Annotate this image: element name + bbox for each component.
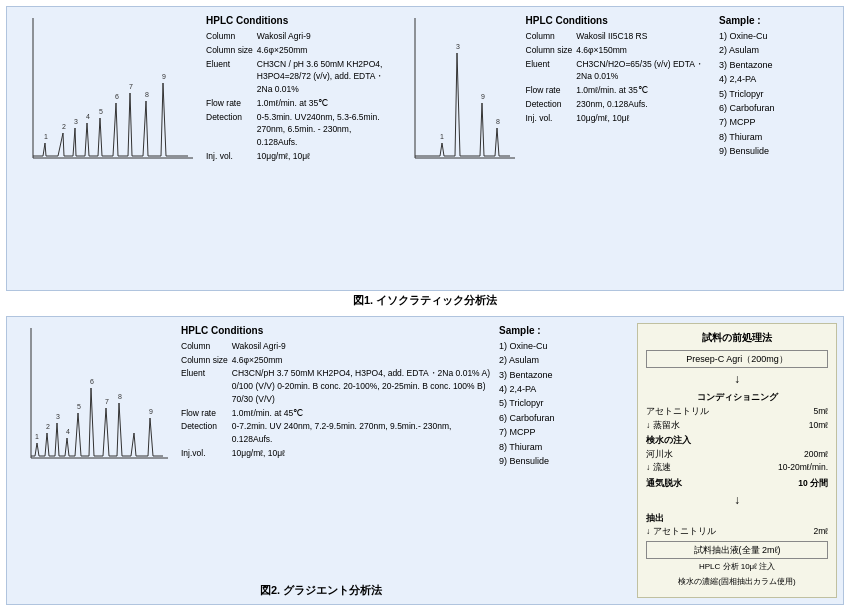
bottom-sample-item-5: 5) Triclopyr — [499, 396, 629, 410]
chromatogram-1-svg: 1 2 3 4 5 6 7 8 9 — [13, 13, 198, 173]
hplc3-det-value: 0-7.2min. UV 240nm, 7.2-9.5min. 270nm, 9… — [232, 420, 491, 446]
bottom-sample-item-7: 7) MCPP — [499, 425, 629, 439]
hplc2-size-value: 4.6φ×150mm — [576, 44, 713, 57]
top-sample-item-6: 6) Carbofuran — [719, 101, 849, 115]
bottom-sample-item-6: 6) Carbofuran — [499, 411, 629, 425]
hplc3-inj-label: Inj.vol. — [181, 447, 228, 460]
chromatogram-1: 1 2 3 4 5 6 7 8 9 — [13, 13, 198, 284]
svg-text:6: 6 — [115, 93, 119, 100]
top-sample-list: Sample : 1) Oxine-Cu 2) Asulam 3) Bentaz… — [719, 13, 849, 284]
chromatogram-3: 1 2 3 4 5 6 7 8 9 — [13, 323, 173, 579]
hplc1-det-label: Detection — [206, 111, 253, 149]
hplc-conditions-3: HPLC Conditions Column Wakosil Agri-9 Co… — [181, 323, 491, 579]
pt-step2a-label: アセトニトリル — [646, 405, 709, 419]
pt-step4-label: 通気脱水 — [646, 477, 682, 491]
pt-step6: 試料抽出液(全量 2mℓ) — [646, 541, 828, 559]
top-sample-item-3: 3) Bentazone — [719, 58, 849, 72]
bottom-sample-list: Sample : 1) Oxine-Cu 2) Asulam 3) Bentaz… — [499, 323, 629, 579]
bottom-sample-item-4: 4) 2,4-PA — [499, 382, 629, 396]
svg-text:9: 9 — [162, 73, 166, 80]
pt-step3b-label: ↓ 流速 — [646, 461, 671, 475]
hplc2-det-value: 230nm, 0.128Aufs. — [576, 98, 713, 111]
hplc3-flow-label: Flow rate — [181, 407, 228, 420]
bottom-sample-item-3: 3) Bentazone — [499, 368, 629, 382]
pt-step2-label: コンディショニング — [646, 391, 828, 405]
pt-step2b-row: ↓ 蒸留水 10mℓ — [646, 419, 828, 433]
bottom-section: 1 2 3 4 5 6 7 8 9 HPLC Conditions — [6, 316, 844, 605]
pt-step3b-row: ↓ 流速 10-20mℓ/min. — [646, 461, 828, 475]
svg-text:1: 1 — [440, 133, 444, 140]
hplc2-inj-value: 10μg/mℓ, 10μℓ — [576, 112, 713, 125]
top-sample-item-7: 7) MCPP — [719, 115, 849, 129]
pt-step2a-vol: 5mℓ — [813, 405, 828, 419]
svg-text:8: 8 — [118, 393, 122, 400]
svg-text:1: 1 — [44, 133, 48, 140]
top-caption: 図1. イソクラティック分析法 — [6, 293, 844, 308]
pt-step5a-row: ↓ アセトニトリル 2mℓ — [646, 525, 828, 539]
bottom-sample-item-2: 2) Asulam — [499, 353, 629, 367]
hplc1-size-value: 4.6φ×250mm — [257, 44, 394, 57]
pt-step7: HPLC 分析 10μℓ 注入 — [646, 561, 828, 574]
hplc2-flow-label: Flow rate — [526, 84, 573, 97]
pt-step2b-vol: 10mℓ — [809, 419, 828, 433]
svg-text:3: 3 — [56, 413, 60, 420]
hplc2-title: HPLC Conditions — [526, 13, 714, 28]
chromatogram-3-svg: 1 2 3 4 5 6 7 8 9 — [13, 323, 173, 473]
pt-step3-label: 検水の注入 — [646, 434, 828, 448]
pt-step4-row: 通気脱水 10 分間 — [646, 477, 828, 491]
hplc-conditions-2: HPLC Conditions Column Wakosil II5C18 RS… — [526, 13, 714, 284]
bottom-left: 1 2 3 4 5 6 7 8 9 HPLC Conditions — [13, 323, 629, 598]
hplc1-inj-label: Inj. vol. — [206, 150, 253, 163]
svg-text:8: 8 — [496, 118, 500, 125]
top-sample-item-2: 2) Asulam — [719, 43, 849, 57]
pt-step2a-row: アセトニトリル 5mℓ — [646, 405, 828, 419]
pretreatment-box: 試料の前処理法 Presep-C Agri（200mg） ↓ コンディショニング… — [637, 323, 837, 598]
pt-step8: 検水の濃縮(固相抽出カラム使用) — [646, 576, 828, 589]
pt-step3a-vol: 200mℓ — [804, 448, 828, 462]
top-sample-item-5: 5) Triclopyr — [719, 87, 849, 101]
bottom-sample-item-9: 9) Bensulide — [499, 454, 629, 468]
pt-step3b-vol: 10-20mℓ/min. — [778, 461, 828, 475]
hplc1-inj-value: 10μg/mℓ, 10μℓ — [257, 150, 394, 163]
svg-text:7: 7 — [129, 83, 133, 90]
svg-text:7: 7 — [105, 398, 109, 405]
svg-text:4: 4 — [66, 428, 70, 435]
hplc3-eluent-value: CH3CN/pH 3.7 50mM KH2PO4, H3PO4, add. ED… — [232, 367, 491, 405]
hplc2-flow-value: 1.0mℓ/min. at 35℃ — [576, 84, 713, 97]
top-section: 1 2 3 4 5 6 7 8 9 HPLC Conditions Column… — [6, 6, 844, 291]
hplc2-inj-label: Inj. vol. — [526, 112, 573, 125]
hplc3-size-label: Column size — [181, 354, 228, 367]
hplc3-title: HPLC Conditions — [181, 323, 491, 338]
svg-text:6: 6 — [90, 378, 94, 385]
hplc1-eluent-label: Eluent — [206, 58, 253, 96]
pt-arrow1: ↓ — [646, 370, 828, 389]
main-container: 1 2 3 4 5 6 7 8 9 HPLC Conditions Column… — [0, 0, 850, 611]
hplc1-flow-label: Flow rate — [206, 97, 253, 110]
svg-text:3: 3 — [74, 118, 78, 125]
bottom-charts-conditions: 1 2 3 4 5 6 7 8 9 HPLC Conditions — [13, 323, 629, 579]
svg-text:8: 8 — [145, 91, 149, 98]
hplc3-flow-value: 1.0mℓ/min. at 45℃ — [232, 407, 491, 420]
bottom-caption: 図2. グラジエント分析法 — [13, 583, 629, 598]
hplc3-col-value: Wakosil Agri-9 — [232, 340, 491, 353]
top-sample-item-8: 8) Thiuram — [719, 130, 849, 144]
hplc3-det-label: Detection — [181, 420, 228, 446]
hplc3-col-label: Column — [181, 340, 228, 353]
hplc2-col-label: Column — [526, 30, 573, 43]
svg-text:1: 1 — [35, 433, 39, 440]
hplc-conditions-1: HPLC Conditions Column Wakosil Agri-9 Co… — [206, 13, 394, 284]
chromatogram-2: 1 3 9 8 — [400, 13, 520, 284]
hplc3-size-value: 4.6φ×250mm — [232, 354, 491, 367]
top-sample-title: Sample : — [719, 13, 849, 29]
hplc1-col-value: Wakosil Agri-9 — [257, 30, 394, 43]
hplc3-inj-value: 10μg/mℓ, 10μℓ — [232, 447, 491, 460]
pt-step1: Presep-C Agri（200mg） — [646, 350, 828, 368]
hplc2-col-value: Wakosil II5C18 RS — [576, 30, 713, 43]
svg-text:9: 9 — [149, 408, 153, 415]
hplc3-eluent-label: Eluent — [181, 367, 228, 405]
bottom-sample-title: Sample : — [499, 323, 629, 339]
hplc2-det-label: Detection — [526, 98, 573, 111]
pt-step4-time: 10 分間 — [798, 477, 828, 491]
bottom-sample-item-1: 1) Oxine-Cu — [499, 339, 629, 353]
pt-step2b-label: ↓ 蒸留水 — [646, 419, 680, 433]
